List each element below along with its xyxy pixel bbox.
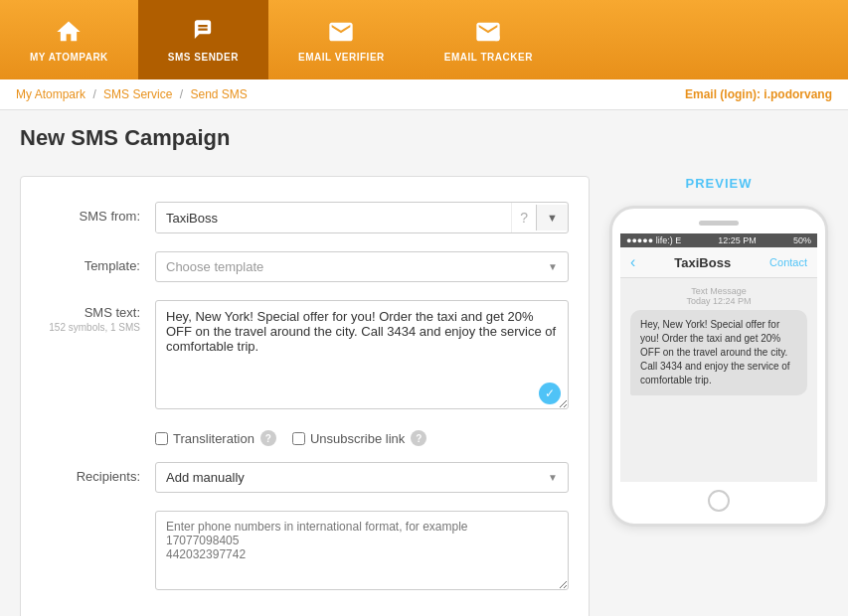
- phone-screen: ●●●●● life:) E 12:25 PM 50% ‹ TaxiBoss C…: [620, 233, 817, 482]
- recipients-label: Recipients:: [41, 462, 155, 484]
- template-row: Template: Choose template ▼: [41, 251, 569, 282]
- contact-button[interactable]: Contact: [769, 256, 807, 268]
- back-button[interactable]: ‹: [630, 253, 635, 271]
- unsubscribe-help-icon[interactable]: ?: [411, 430, 426, 446]
- recipients-select[interactable]: Add manually ▼: [155, 462, 569, 493]
- message-sender-title: TaxiBoss: [674, 255, 731, 270]
- template-label: Template:: [41, 251, 155, 273]
- recipients-value: Add manually: [166, 470, 245, 485]
- sms-text-sublabel: 152 symbols, 1 SMS: [41, 322, 140, 333]
- top-nav: MY ATOMPARK SMS SENDER EMAIL VERIFIER EM…: [0, 0, 848, 79]
- email-check-icon: [327, 18, 355, 46]
- message-bubble: Hey, New York! Special offer for you! Or…: [630, 310, 807, 395]
- transliteration-checkbox-item: Transliteration: [155, 431, 254, 446]
- nav-my-atompark-label: MY ATOMPARK: [30, 52, 108, 63]
- status-bar-right: 50%: [793, 235, 811, 245]
- email-track-icon: [474, 18, 502, 46]
- template-dropdown-arrow: ▼: [548, 261, 558, 272]
- main-content: SMS from: ? ▼ Template: Choose template …: [0, 156, 848, 616]
- breadcrumb-send-sms[interactable]: Send SMS: [190, 87, 247, 101]
- template-field: Choose template ▼: [155, 251, 569, 282]
- page-title: New SMS Campaign: [0, 110, 848, 156]
- nav-email-verifier-label: EMAIL VERIFIER: [298, 52, 385, 63]
- phone-speaker: [699, 221, 739, 226]
- template-placeholder: Choose template: [166, 259, 263, 274]
- sms-from-input[interactable]: [156, 204, 511, 232]
- sms-from-help-icon[interactable]: ?: [511, 203, 536, 232]
- transliteration-label: Transliteration: [173, 431, 254, 446]
- nav-email-verifier[interactable]: EMAIL VERIFIER: [268, 0, 415, 79]
- recipients-row: Recipients: Add manually ▼: [41, 462, 569, 493]
- sms-icon: [189, 18, 217, 46]
- form-panel: SMS from: ? ▼ Template: Choose template …: [20, 176, 590, 616]
- nav-sms-sender-label: SMS SENDER: [168, 52, 239, 63]
- sms-from-dropdown-btn[interactable]: ▼: [536, 205, 568, 231]
- phone-home-btn: [620, 490, 817, 512]
- sms-text-field: Hey, New York! Special offer for you! Or…: [155, 300, 569, 412]
- sms-from-input-wrapper: ? ▼: [155, 202, 569, 233]
- phone-status-bar: ●●●●● life:) E 12:25 PM 50%: [620, 233, 817, 247]
- phone-mockup: ●●●●● life:) E 12:25 PM 50% ‹ TaxiBoss C…: [609, 206, 828, 527]
- phone-numbers-field: [155, 511, 569, 593]
- sms-text-wrapper: Hey, New York! Special offer for you! Or…: [155, 300, 569, 412]
- breadcrumb-bar: My Atompark / SMS Service / Send SMS Ema…: [0, 79, 848, 110]
- transliteration-checkbox[interactable]: [155, 432, 168, 445]
- checkboxes-row: Transliteration ? Unsubscribe link ?: [41, 430, 569, 446]
- phone-numbers-row: [41, 511, 569, 593]
- recipients-field: Add manually ▼: [155, 462, 569, 493]
- template-select[interactable]: Choose template ▼: [155, 251, 569, 282]
- phone-numbers-label: [41, 511, 155, 518]
- breadcrumb: My Atompark / SMS Service / Send SMS: [16, 87, 248, 101]
- home-circle: [708, 490, 730, 512]
- sms-text-label: SMS text: 152 symbols, 1 SMS: [41, 300, 155, 333]
- phone-top: [620, 221, 817, 226]
- status-bar-center: 12:25 PM: [718, 235, 757, 245]
- sms-text-textarea[interactable]: Hey, New York! Special offer for you! Or…: [155, 300, 569, 409]
- breadcrumb-atompark[interactable]: My Atompark: [16, 87, 85, 101]
- sms-from-label: SMS from:: [41, 202, 155, 224]
- unsubscribe-checkbox-item: Unsubscribe link: [292, 431, 405, 446]
- sms-from-field: ? ▼: [155, 202, 569, 233]
- message-body: Text MessageToday 12:24 PM Hey, New York…: [620, 278, 817, 403]
- preview-panel: PREVIEW ●●●●● life:) E 12:25 PM 50% ‹ Ta…: [609, 176, 828, 527]
- phone-numbers-textarea[interactable]: [155, 511, 569, 590]
- nav-email-tracker[interactable]: EMAIL TRACKER: [415, 0, 563, 79]
- unsubscribe-checkbox[interactable]: [292, 432, 305, 445]
- sms-from-row: SMS from: ? ▼: [41, 202, 569, 233]
- user-email: Email (login): i.podorvang: [685, 87, 832, 101]
- status-bar-left: ●●●●● life:) E: [626, 235, 681, 245]
- message-label-text: Text MessageToday 12:24 PM: [686, 286, 751, 306]
- nav-sms-sender[interactable]: SMS SENDER: [138, 0, 268, 79]
- message-header: ‹ TaxiBoss Contact: [620, 247, 817, 278]
- nav-email-tracker-label: EMAIL TRACKER: [444, 52, 533, 63]
- transliteration-help-icon[interactable]: ?: [260, 430, 276, 446]
- nav-my-atompark[interactable]: MY ATOMPARK: [0, 0, 138, 79]
- svg-point-0: [493, 34, 500, 41]
- message-label: Text MessageToday 12:24 PM: [630, 286, 807, 306]
- recipients-dropdown-arrow: ▼: [548, 472, 558, 483]
- preview-title: PREVIEW: [609, 176, 828, 191]
- home-icon: [55, 18, 83, 46]
- unsubscribe-label: Unsubscribe link: [310, 431, 405, 446]
- message-text: Hey, New York! Special offer for you! Or…: [640, 319, 790, 385]
- breadcrumb-sms-service[interactable]: SMS Service: [103, 87, 172, 101]
- sms-text-check-icon: ✓: [539, 383, 561, 404]
- sms-text-row: SMS text: 152 symbols, 1 SMS Hey, New Yo…: [41, 300, 569, 412]
